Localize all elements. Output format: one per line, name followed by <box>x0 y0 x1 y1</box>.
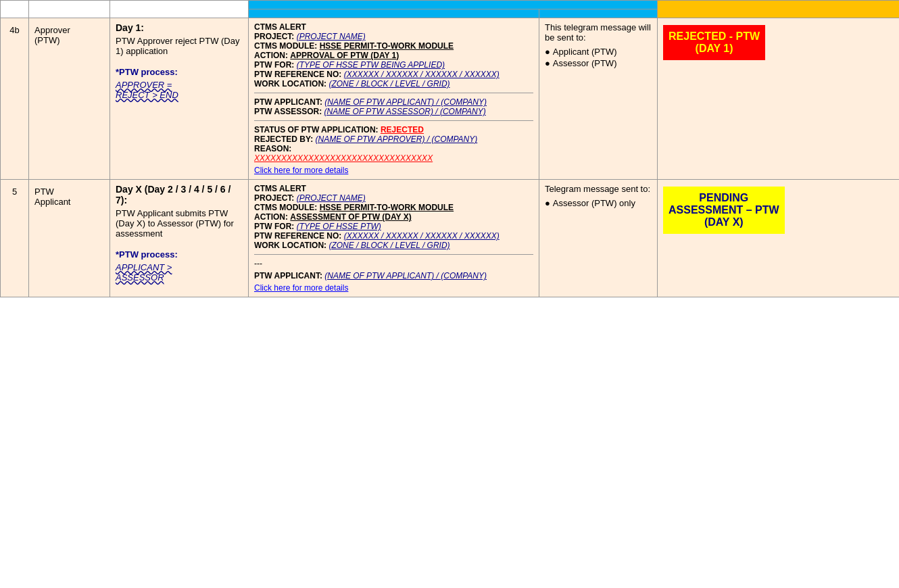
row-receiving-party-1: Telegram message sent to:●Assessor (PTW)… <box>539 180 658 297</box>
header-no <box>1 1 29 18</box>
header-status-tag <box>658 1 900 18</box>
status-tag-badge: PENDING ASSESSMENT – PTW (DAY X) <box>663 187 785 234</box>
row-telegram-1: CTMS ALERTPROJECT: (PROJECT NAME)CTMS MO… <box>249 180 539 297</box>
party-label: Assessor (PTW) only <box>553 198 635 208</box>
header-receiving-party <box>539 9 658 18</box>
tg-ptw-assessor: PTW ASSESSOR: (NAME OF PTW ASSESSOR) / (… <box>254 107 533 116</box>
tg-ptw-ref: PTW REFERENCE NO: (XXXXXX / XXXXXX / XXX… <box>254 231 533 241</box>
status-tag-badge: REJECTED - PTW (DAY 1) <box>663 25 765 60</box>
tg-ctms-alert: CTMS ALERT <box>254 184 533 193</box>
ptw-process-section: *PTW process:APPLICANT > ASSESSOR <box>116 249 243 283</box>
tg-divider-2 <box>254 120 533 121</box>
tg-status: STATUS OF PTW APPLICATION: REJECTED <box>254 125 533 134</box>
action-description: PTW Approver reject PTW (Day 1) applicat… <box>116 36 243 56</box>
ptw-process-section: *PTW process:APPROVER = REJECT > END <box>116 67 243 100</box>
tg-reason: REASON: <box>254 144 533 153</box>
tg-ptw-applicant: PTW APPLICANT: (NAME OF PTW APPLICANT) /… <box>254 97 533 107</box>
row-no-1: 5 <box>1 180 29 297</box>
row-status-1: PENDING ASSESSMENT – PTW (DAY X) <box>658 180 900 297</box>
tg-work-location: WORK LOCATION: (ZONE / BLOCK / LEVEL / G… <box>254 241 533 250</box>
header-initiated-by <box>29 1 110 18</box>
ptw-process-label: *PTW process: <box>116 249 178 260</box>
ptw-process-value: APPROVER = REJECT > END <box>116 80 243 100</box>
tg-action: ACTION: ASSESSMENT OF PTW (DAY X) <box>254 212 533 222</box>
tg-click-more-link[interactable]: Click here for more details <box>254 283 533 293</box>
tg-rejected-by: REJECTED BY: (NAME OF PTW APPROVER) / (C… <box>254 134 533 144</box>
tg-module: CTMS MODULE: HSSE PERMIT-TO-WORK MODULE <box>254 41 533 51</box>
tg-ptw-applicant: PTW APPLICANT: (NAME OF PTW APPLICANT) /… <box>254 271 533 280</box>
header-action-initiated <box>110 1 249 18</box>
row-action-1: Day X (Day 2 / 3 / 4 / 5 / 6 / 7):PTW Ap… <box>110 180 249 297</box>
row-initiated-by-1: PTW Applicant <box>29 180 110 297</box>
row-status-0: REJECTED - PTW (DAY 1) <box>658 18 900 180</box>
header-template <box>249 9 539 18</box>
row-telegram-0: CTMS ALERTPROJECT: (PROJECT NAME)CTMS MO… <box>249 18 539 180</box>
tg-dots: --- <box>254 259 533 268</box>
tg-ptw-for: PTW FOR: (TYPE OF HSSE PTW BEING APPLIED… <box>254 60 533 70</box>
row-receiving-party-0: This telegram message will be sent to:●A… <box>539 18 658 180</box>
receiving-party-intro: This telegram message will be sent to: <box>545 22 652 43</box>
receiving-party-item: ●Assessor (PTW) only <box>545 198 652 208</box>
tg-click-more-link[interactable]: Click here for more details <box>254 166 533 175</box>
tg-project: PROJECT: (PROJECT NAME) <box>254 193 533 203</box>
header-telegram-message <box>249 1 658 9</box>
tg-ctms-alert: CTMS ALERT <box>254 22 533 32</box>
tg-action: ACTION: APPROVAL OF PTW (DAY 1) <box>254 51 533 60</box>
ptw-process-value: APPLICANT > ASSESSOR <box>116 262 243 283</box>
tg-module: CTMS MODULE: HSSE PERMIT-TO-WORK MODULE <box>254 203 533 212</box>
tg-reason-value: XXXXXXXXXXXXXXXXXXXXXXXXXXXXXXXXX <box>254 153 533 163</box>
tg-project: PROJECT: (PROJECT NAME) <box>254 32 533 41</box>
row-initiated-by-0: Approver (PTW) <box>29 18 110 180</box>
party-label: Applicant (PTW) <box>553 47 617 57</box>
ptw-process-label: *PTW process: <box>116 67 178 77</box>
tg-ptw-ref: PTW REFERENCE NO: (XXXXXX / XXXXXX / XXX… <box>254 70 533 79</box>
row-action-0: Day 1:PTW Approver reject PTW (Day 1) ap… <box>110 18 249 180</box>
tg-work-location: WORK LOCATION: (ZONE / BLOCK / LEVEL / G… <box>254 79 533 89</box>
action-day-label: Day 1: <box>116 22 243 33</box>
tg-ptw-for: PTW FOR: (TYPE OF HSSE PTW) <box>254 222 533 231</box>
bullet-icon: ● <box>545 47 550 57</box>
action-description: PTW Applicant submits PTW (Day X) to Ass… <box>116 208 243 239</box>
tg-divider-1 <box>254 93 533 93</box>
row-no-0: 4b <box>1 18 29 180</box>
receiving-party-item: ●Assessor (PTW) <box>545 58 652 68</box>
tg-divider-1 <box>254 254 533 255</box>
receiving-party-intro: Telegram message sent to: <box>545 184 652 194</box>
bullet-icon: ● <box>545 58 550 68</box>
party-label: Assessor (PTW) <box>553 58 617 68</box>
action-day-label: Day X (Day 2 / 3 / 4 / 5 / 6 / 7): <box>116 184 243 205</box>
receiving-party-item: ●Applicant (PTW) <box>545 47 652 57</box>
bullet-icon: ● <box>545 198 550 208</box>
